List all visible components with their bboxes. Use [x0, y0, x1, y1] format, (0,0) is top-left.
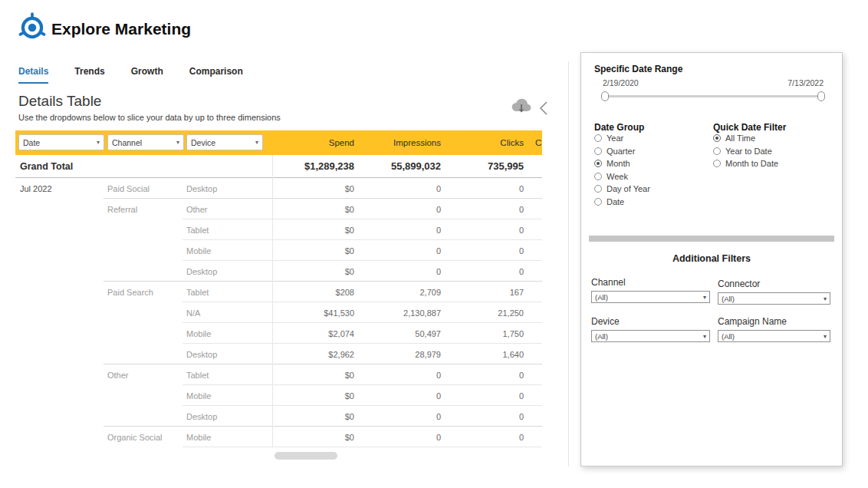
quick-date-filter-title: Quick Date Filter: [713, 122, 786, 133]
radio-week[interactable]: Week: [594, 172, 650, 181]
table-row: Mobile $0 0 0: [15, 385, 542, 406]
col-header-clicks: Clicks: [500, 130, 524, 155]
grand-total-impressions: 55,899,032: [354, 160, 441, 172]
radio-all-time[interactable]: All Time: [713, 134, 778, 143]
filters-panel: Specific Date Range 2/19/2020 7/13/2022 …: [580, 52, 843, 467]
chevron-down-icon: ▾: [824, 333, 827, 340]
cloud-download-icon[interactable]: [509, 97, 534, 117]
table-row: Tablet $0 0 0: [15, 219, 542, 240]
channel-dimension-dropdown[interactable]: Channel ▾: [107, 134, 184, 150]
col-header-truncated: C: [535, 130, 541, 155]
date-range-slider[interactable]: [604, 91, 822, 102]
tab-growth[interactable]: Growth: [131, 66, 163, 84]
chevron-down-icon: ▾: [703, 294, 706, 301]
chevron-down-icon: ▾: [97, 139, 100, 146]
device-dimension-dropdown[interactable]: Device ▾: [186, 134, 263, 150]
radio-icon: [713, 147, 721, 155]
table-row: Paid Search Tablet $208 2,709 167: [15, 282, 542, 302]
radio-date[interactable]: Date: [594, 197, 650, 206]
grand-total-clicks: 735,995: [441, 160, 524, 172]
details-table: Date ▾ Channel ▾ Device ▾ Spend Impressi…: [15, 130, 542, 447]
panel-scrollbar-thumb[interactable]: [589, 236, 834, 242]
col-header-spend: Spend: [329, 130, 354, 155]
tab-details[interactable]: Details: [18, 66, 48, 84]
measures-divider: [272, 155, 273, 447]
connector-filter-label: Connector: [718, 279, 760, 289]
table-row: Organic Social Mobile $0 0 0: [15, 427, 542, 447]
table-header: Date ▾ Channel ▾ Device ▾ Spend Impressi…: [15, 130, 542, 155]
radio-day-of-year[interactable]: Day of Year: [594, 184, 650, 193]
radio-selected-icon: [594, 160, 602, 167]
table-row: Desktop $2,962 28,979 1,640: [15, 344, 542, 364]
slider-handle-end[interactable]: [817, 91, 825, 101]
dashboard: Explore Marketing Details Trends Growth …: [0, 0, 868, 488]
chevron-down-icon: ▾: [255, 139, 258, 146]
radio-selected-icon: [713, 134, 721, 142]
tab-trends[interactable]: Trends: [74, 66, 104, 84]
table-row: N/A $41,530 2,130,887 21,250: [15, 302, 542, 323]
channel-dimension-value: Channel: [112, 138, 142, 147]
channel-filter-dropdown[interactable]: (All) ▾: [591, 291, 710, 303]
radio-quarter[interactable]: Quarter: [594, 147, 650, 156]
chevron-down-icon: ▾: [824, 295, 827, 302]
target-compass-icon: [17, 12, 48, 46]
date-range-title: Specific Date Range: [594, 64, 682, 74]
tab-comparison[interactable]: Comparison: [189, 66, 243, 84]
quick-date-filter-radios: All Time Year to Date Month to Date: [713, 134, 778, 168]
table-row: Referral Other $0 0 0: [15, 199, 542, 219]
section-title: Details Table: [18, 93, 101, 110]
horizontal-scrollbar-thumb[interactable]: [275, 452, 337, 460]
radio-month[interactable]: Month: [594, 159, 650, 168]
channel-filter-label: Channel: [591, 277, 626, 288]
content-panel-divider: [568, 61, 569, 467]
grand-total-label: Grand Total: [15, 161, 104, 172]
date-group-radios: Year Quarter Month Week Day of Year Date: [594, 134, 650, 206]
radio-icon: [594, 134, 602, 142]
table-row: Mobile $0 0 0: [15, 240, 542, 261]
date-range-end: 7/13/2022: [787, 78, 824, 87]
radio-icon: [594, 198, 602, 206]
date-dimension-value: Date: [23, 138, 40, 147]
radio-icon: [594, 185, 602, 193]
col-header-impressions: Impressions: [393, 130, 441, 155]
slider-handle-start[interactable]: [601, 91, 609, 101]
campaign-name-filter-label: Campaign Name: [718, 316, 787, 327]
app-header: Explore Marketing: [17, 12, 191, 46]
connector-filter-dropdown[interactable]: (All) ▾: [718, 292, 830, 305]
radio-icon: [594, 173, 602, 180]
device-dimension-value: Device: [191, 138, 215, 147]
app-title: Explore Marketing: [51, 20, 191, 38]
date-group-title: Date Group: [594, 122, 644, 133]
chevron-left-icon[interactable]: [538, 100, 549, 117]
table-row: Desktop $0 0 0: [15, 261, 542, 282]
chevron-down-icon: ▾: [176, 139, 179, 146]
date-range-start: 2/19/2020: [603, 78, 639, 87]
chevron-down-icon: ▾: [703, 333, 706, 340]
table-row: Mobile $2,074 50,497 1,750: [15, 323, 542, 344]
additional-filters-title: Additional Filters: [581, 253, 842, 264]
radio-year[interactable]: Year: [594, 134, 650, 143]
campaign-name-filter-dropdown[interactable]: (All) ▾: [718, 330, 830, 342]
radio-year-to-date[interactable]: Year to Date: [713, 147, 778, 156]
slider-track[interactable]: [604, 95, 822, 97]
radio-icon: [713, 160, 721, 167]
radio-icon: [594, 147, 602, 155]
device-filter-label: Device: [591, 316, 620, 327]
date-dimension-dropdown[interactable]: Date ▾: [18, 134, 104, 150]
tab-bar: Details Trends Growth Comparison: [18, 66, 243, 84]
grand-total-row: Grand Total $1,289,238 55,899,032 735,99…: [15, 155, 542, 178]
grand-total-spend: $1,289,238: [272, 160, 354, 172]
radio-month-to-date[interactable]: Month to Date: [713, 159, 778, 168]
table-row: Desktop $0 0 0: [15, 406, 542, 427]
table-row: Jul 2022 Paid Social Desktop $0 0 0: [15, 178, 542, 199]
table-row: Other Tablet $0 0 0: [15, 364, 542, 385]
device-filter-dropdown[interactable]: (All) ▾: [591, 330, 710, 342]
section-subtitle: Use the dropdowns below to slice your da…: [18, 113, 281, 122]
